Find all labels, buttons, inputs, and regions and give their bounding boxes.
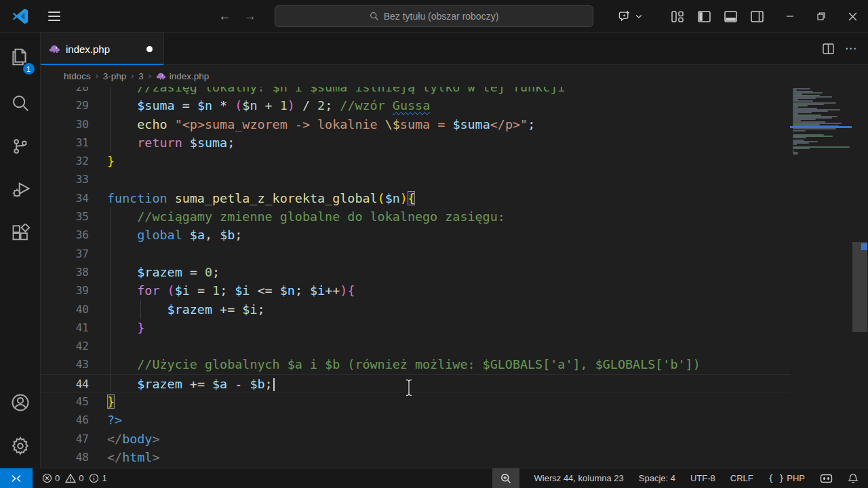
copilot-button[interactable] bbox=[614, 5, 646, 27]
line-number[interactable]: 43 bbox=[41, 355, 107, 373]
line-number[interactable]: 41 bbox=[41, 319, 107, 337]
menu-button[interactable] bbox=[41, 5, 68, 28]
code-line-content[interactable]: </html> bbox=[107, 448, 790, 466]
code-line[interactable]: 31 return $suma; bbox=[41, 134, 790, 152]
line-number[interactable]: 38 bbox=[41, 263, 107, 281]
code-line[interactable]: 36 global $a, $b; bbox=[41, 226, 790, 244]
code-line-content[interactable]: } bbox=[107, 152, 790, 170]
indentation[interactable]: Spacje: 4 bbox=[639, 473, 675, 483]
line-number[interactable]: 31 bbox=[41, 134, 107, 152]
remote-indicator[interactable] bbox=[0, 468, 33, 488]
restore-button[interactable] bbox=[806, 0, 837, 33]
customize-layout-icon[interactable] bbox=[671, 11, 684, 22]
code-line-content[interactable]: //zasięg lokalny: $n i $suma istnieją ty… bbox=[107, 87, 790, 96]
line-number[interactable]: 47 bbox=[41, 430, 107, 448]
line-number[interactable]: 34 bbox=[41, 189, 107, 207]
code-editor[interactable]: 28 //zasięg lokalny: $n i $suma istnieją… bbox=[41, 87, 868, 468]
code-line-content[interactable]: $razem += $a - $b; bbox=[107, 375, 790, 392]
line-number[interactable]: 36 bbox=[41, 226, 107, 244]
code-line-content[interactable]: //Użycie globalnych $a i $b (również moż… bbox=[107, 355, 790, 373]
breadcrumb-item[interactable]: 3 bbox=[138, 71, 144, 81]
breadcrumb-item[interactable]: index.php bbox=[156, 71, 210, 81]
more-actions-icon[interactable]: ⋯ bbox=[845, 41, 857, 56]
code-line-content[interactable]: } bbox=[107, 319, 790, 337]
eol-sequence[interactable]: CRLF bbox=[730, 473, 753, 483]
code-line[interactable]: 46?> bbox=[41, 411, 790, 429]
line-number[interactable]: 35 bbox=[41, 207, 107, 226]
accounts-button[interactable] bbox=[0, 381, 41, 424]
vertical-scrollbar[interactable] bbox=[852, 87, 868, 468]
code-line[interactable]: 40 $razem += $i; bbox=[41, 300, 790, 319]
problems-errors[interactable]: 0 bbox=[42, 473, 60, 483]
code-line[interactable]: 35 //wciągamy zmienne globalne do lokaln… bbox=[41, 207, 790, 226]
code-line-content[interactable]: //wciągamy zmienne globalne do lokalnego… bbox=[107, 207, 790, 226]
copilot-status-icon[interactable] bbox=[820, 473, 833, 484]
code-line[interactable]: 37 bbox=[41, 245, 790, 263]
command-center-search[interactable]: Bez tytułu (obszar roboczy) bbox=[275, 5, 593, 27]
line-number[interactable]: 45 bbox=[41, 392, 107, 411]
line-number[interactable]: 33 bbox=[41, 170, 107, 188]
line-number[interactable]: 28 bbox=[41, 87, 107, 96]
problems-warnings[interactable]: 0 bbox=[65, 473, 83, 483]
code-line-content[interactable]: $razem += $i; bbox=[107, 300, 790, 319]
code-line[interactable]: 39 for ($i = 1; $i <= $n; $i++){ bbox=[41, 281, 790, 300]
toggle-primary-sidebar-icon[interactable] bbox=[698, 11, 711, 22]
toggle-secondary-sidebar-icon[interactable] bbox=[751, 11, 764, 22]
code-line[interactable]: 30 echo "<p>suma_wzorem -> lokalnie \$su… bbox=[41, 115, 790, 134]
language-mode[interactable]: { } PHP bbox=[768, 473, 805, 483]
code-line-content[interactable]: echo "<p>suma_wzorem -> lokalnie \$suma … bbox=[107, 115, 790, 134]
split-editor-icon[interactable] bbox=[823, 43, 834, 54]
scrollbar-thumb[interactable] bbox=[852, 242, 867, 332]
code-line[interactable]: 38 $razem = 0; bbox=[41, 263, 790, 281]
breadcrumb-item[interactable]: 3-php bbox=[103, 71, 127, 81]
back-button[interactable]: ← bbox=[218, 9, 231, 24]
code-line[interactable]: 34function suma_petla_z_korekta_global($… bbox=[41, 189, 790, 207]
code-line-content[interactable]: return $suma; bbox=[107, 134, 790, 152]
sidebar-item-extensions[interactable] bbox=[0, 211, 41, 255]
forward-button[interactable]: → bbox=[243, 9, 256, 24]
notifications-bell-icon[interactable] bbox=[848, 473, 859, 484]
line-number[interactable]: 29 bbox=[41, 96, 107, 115]
code-line[interactable]: 33 bbox=[41, 170, 790, 188]
minimap[interactable] bbox=[790, 87, 852, 468]
modified-dot-icon[interactable] bbox=[146, 46, 153, 52]
settings-button[interactable] bbox=[0, 424, 41, 468]
zoom-indicator[interactable] bbox=[492, 468, 519, 488]
line-number[interactable]: 39 bbox=[41, 281, 107, 300]
code-line-content[interactable] bbox=[107, 245, 790, 263]
problems-infos[interactable]: 1 bbox=[89, 473, 106, 483]
code-line[interactable]: 47</body> bbox=[41, 430, 790, 448]
sidebar-item-source-control[interactable] bbox=[0, 125, 41, 168]
code-line-content[interactable]: $suma = $n * ($n + 1) / 2; //wzór Gussa bbox=[107, 96, 790, 115]
code-line-content[interactable]: for ($i = 1; $i <= $n; $i++){ bbox=[107, 281, 790, 300]
code-line[interactable]: 42 bbox=[41, 337, 790, 355]
encoding[interactable]: UTF-8 bbox=[690, 473, 715, 483]
line-number[interactable]: 46 bbox=[41, 411, 107, 429]
code-line[interactable]: 32} bbox=[41, 152, 790, 170]
code-line-content[interactable]: </body> bbox=[107, 430, 790, 448]
line-number[interactable]: 30 bbox=[41, 115, 107, 134]
breadcrumb-item[interactable]: htdocs bbox=[64, 71, 91, 81]
code-line-content[interactable]: } bbox=[107, 392, 790, 411]
code-line-content[interactable]: ?> bbox=[107, 411, 790, 429]
tab-index-php[interactable]: index.php bbox=[41, 33, 164, 65]
close-button[interactable] bbox=[837, 0, 868, 33]
cursor-position[interactable]: Wiersz 44, kolumna 23 bbox=[534, 473, 624, 483]
line-number[interactable]: 32 bbox=[41, 152, 107, 170]
line-number[interactable]: 48 bbox=[41, 448, 107, 466]
line-number[interactable]: 44 bbox=[41, 375, 107, 392]
code-line[interactable]: 48</html> bbox=[41, 448, 790, 466]
code-line-content[interactable] bbox=[107, 337, 790, 355]
code-line[interactable]: 28 //zasięg lokalny: $n i $suma istnieją… bbox=[41, 87, 790, 96]
sidebar-item-explorer[interactable]: 1 bbox=[0, 33, 41, 81]
code-line[interactable]: 41 } bbox=[41, 319, 790, 337]
code-line[interactable]: 29 $suma = $n * ($n + 1) / 2; //wzór Gus… bbox=[41, 96, 790, 115]
code-line-content[interactable]: global $a, $b; bbox=[107, 226, 790, 244]
line-number[interactable]: 42 bbox=[41, 337, 107, 355]
sidebar-item-search[interactable] bbox=[0, 81, 41, 125]
code-line[interactable]: 44 $razem += $a - $b; bbox=[41, 374, 790, 392]
code-line-content[interactable] bbox=[107, 170, 790, 188]
code-line[interactable]: 43 //Użycie globalnych $a i $b (również … bbox=[41, 355, 790, 373]
line-number[interactable]: 37 bbox=[41, 245, 107, 263]
sidebar-item-run-debug[interactable] bbox=[0, 168, 41, 211]
